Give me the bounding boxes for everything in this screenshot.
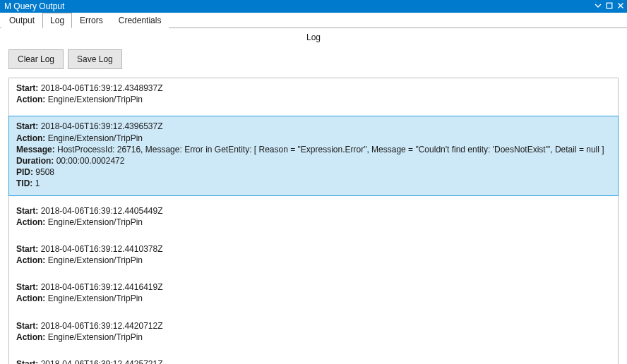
log-label-start: Start: — [16, 282, 41, 292]
scroll-area[interactable]: Clear Log Save Log Start: 2018-04-06T16:… — [0, 45, 627, 364]
log-value-duration: 00:00:00.0002472 — [56, 156, 125, 166]
log-label-action: Action: — [16, 293, 48, 303]
log-label-action: Action: — [16, 95, 48, 104]
log-value-start: 2018-04-06T16:39:12.4425721Z — [41, 359, 163, 364]
log-entry[interactable]: Start: 2018-04-06T16:39:12.4420712ZActio… — [9, 316, 618, 348]
dropdown-icon[interactable] — [595, 1, 602, 11]
panel-heading: Log — [0, 28, 627, 45]
window-titlebar: M Query Output — [0, 0, 627, 13]
tab-output[interactable]: Output — [1, 13, 42, 28]
log-label-start: Start: — [16, 83, 41, 93]
log-value-tid: 1 — [35, 178, 40, 188]
tab-errors[interactable]: Errors — [72, 13, 111, 28]
log-label-start: Start: — [16, 121, 41, 131]
log-value-message: HostProcessId: 26716, Message: Error in … — [57, 145, 604, 154]
log-label-action: Action: — [16, 217, 48, 227]
window-title: M Query Output — [3, 1, 64, 11]
log-label-start: Start: — [16, 244, 41, 254]
close-icon[interactable] — [617, 1, 624, 11]
log-row-duration: Duration: 00:00:00.0002472 — [16, 155, 611, 166]
log-row-action: Action: Engine/Extension/TripPin — [16, 217, 611, 228]
log-label-pid: PID: — [16, 167, 35, 177]
log-row-start: Start: 2018-04-06T16:39:12.4405449Z — [16, 205, 611, 217]
log-row-action: Action: Engine/Extension/TripPin — [16, 332, 611, 343]
content: Log Clear Log Save Log Start: 2018-04-06… — [0, 28, 627, 364]
log-list: Start: 2018-04-06T16:39:12.4348937ZActio… — [8, 78, 619, 364]
window-buttons — [595, 1, 624, 11]
log-value-pid: 9508 — [35, 167, 54, 177]
log-value-start: 2018-04-06T16:39:12.4420712Z — [41, 321, 163, 331]
clear-log-button[interactable]: Clear Log — [8, 49, 64, 69]
log-value-start: 2018-04-06T16:39:12.4405449Z — [41, 206, 163, 216]
log-row-action: Action: Engine/Extension/TripPin — [16, 255, 611, 266]
log-value-action: Engine/Extension/TripPin — [48, 332, 143, 342]
log-entry[interactable]: Start: 2018-04-06T16:39:12.4410378ZActio… — [9, 239, 618, 272]
entry-spacer — [9, 195, 618, 201]
log-row-tid: TID: 1 — [16, 178, 611, 189]
log-row-start: Start: 2018-04-06T16:39:12.4420712Z — [16, 320, 611, 332]
tab-log[interactable]: Log — [42, 13, 72, 28]
log-row-message: Message: HostProcessId: 26716, Message: … — [16, 144, 611, 155]
log-label-duration: Duration: — [16, 156, 56, 166]
log-label-action: Action: — [16, 255, 48, 265]
log-value-action: Engine/Extension/TripPin — [48, 255, 143, 265]
log-value-action: Engine/Extension/TripPin — [48, 95, 143, 104]
log-label-start: Start: — [16, 206, 41, 216]
log-value-start: 2018-04-06T16:39:12.4416419Z — [41, 282, 163, 292]
log-row-start: Start: 2018-04-06T16:39:12.4348937Z — [16, 83, 611, 94]
log-label-action: Action: — [16, 133, 48, 143]
log-row-start: Start: 2018-04-06T16:39:12.4416419Z — [16, 281, 611, 293]
log-row-action: Action: Engine/Extension/TripPin — [16, 133, 611, 144]
tab-credentials[interactable]: Credentials — [111, 13, 169, 28]
entry-spacer — [9, 272, 618, 277]
log-value-start: 2018-04-06T16:39:12.4348937Z — [41, 83, 163, 93]
log-entry[interactable]: Start: 2018-04-06T16:39:12.4425721ZActio… — [9, 354, 618, 364]
entry-spacer — [9, 348, 618, 354]
save-log-button[interactable]: Save Log — [68, 49, 122, 69]
log-entry[interactable]: Start: 2018-04-06T16:39:12.4416419ZActio… — [9, 277, 618, 310]
log-row-start: Start: 2018-04-06T16:39:12.4425721Z — [16, 358, 611, 364]
log-row-action: Action: Engine/Extension/TripPin — [16, 94, 611, 105]
log-label-start: Start: — [16, 321, 41, 331]
log-entry[interactable]: Start: 2018-04-06T16:39:12.4348937ZActio… — [9, 78, 618, 111]
svg-rect-0 — [607, 3, 612, 8]
log-label-start: Start: — [16, 359, 41, 364]
log-value-action: Engine/Extension/TripPin — [48, 217, 143, 227]
log-label-tid: TID: — [16, 178, 35, 188]
log-row-pid: PID: 9508 — [16, 166, 611, 178]
log-row-start: Start: 2018-04-06T16:39:12.4396537Z — [16, 121, 611, 132]
entry-spacer — [9, 233, 618, 239]
maximize-icon[interactable] — [606, 1, 613, 11]
log-label-message: Message: — [16, 145, 57, 154]
log-entry[interactable]: Start: 2018-04-06T16:39:12.4396537ZActio… — [8, 116, 619, 195]
log-value-start: 2018-04-06T16:39:12.4396537Z — [41, 121, 163, 131]
log-value-action: Engine/Extension/TripPin — [48, 293, 143, 303]
log-value-action: Engine/Extension/TripPin — [48, 133, 143, 143]
log-toolbar: Clear Log Save Log — [8, 45, 619, 78]
log-entry[interactable]: Start: 2018-04-06T16:39:12.4405449ZActio… — [9, 201, 618, 233]
log-row-start: Start: 2018-04-06T16:39:12.4410378Z — [16, 243, 611, 255]
log-row-action: Action: Engine/Extension/TripPin — [16, 293, 611, 304]
log-value-start: 2018-04-06T16:39:12.4410378Z — [41, 244, 163, 254]
entry-spacer — [9, 310, 618, 316]
log-label-action: Action: — [16, 332, 48, 342]
tab-bar: Output Log Errors Credentials — [0, 13, 627, 28]
